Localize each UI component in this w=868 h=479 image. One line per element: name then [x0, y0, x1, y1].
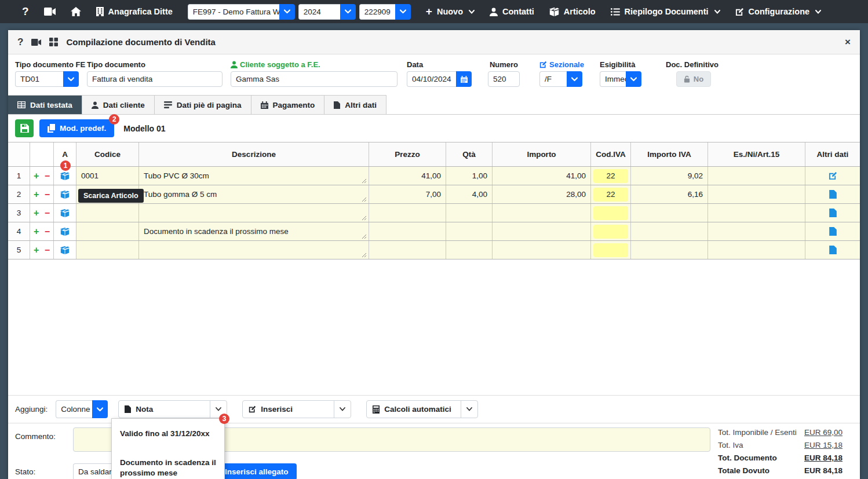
grid-icon[interactable]	[49, 38, 58, 46]
company-select[interactable]: FE997 - Demo Fattura Web	[188, 4, 295, 20]
prezzo-cell[interactable]: 41,00	[369, 167, 446, 185]
video-icon[interactable]	[44, 8, 56, 16]
total-imponibile-value[interactable]: EUR 69,00	[804, 428, 843, 437]
resize-grip[interactable]	[362, 178, 367, 184]
video-icon[interactable]	[31, 39, 41, 46]
add-row-icon[interactable]: +	[34, 171, 39, 181]
save-button[interactable]	[15, 119, 34, 137]
importo-cell[interactable]	[493, 241, 591, 259]
doc-definitivo-toggle[interactable]: No	[676, 71, 711, 87]
box-open-icon[interactable]	[60, 172, 70, 180]
resize-grip[interactable]	[362, 215, 367, 221]
mod-predef-button[interactable]: Mod. predef. 2	[39, 119, 114, 137]
descrizione-cell[interactable]	[139, 204, 369, 222]
chevron-down-icon[interactable]	[567, 71, 582, 87]
file-icon[interactable]	[829, 246, 837, 254]
qta-cell[interactable]: 1,00	[446, 167, 493, 185]
nav-articolo[interactable]: Articolo	[549, 7, 596, 16]
total-iva-value[interactable]: EUR 15,18	[804, 441, 843, 449]
box-open-icon[interactable]	[60, 209, 70, 217]
add-row-icon[interactable]: +	[34, 226, 39, 237]
importo-cell[interactable]	[493, 222, 591, 240]
es-ni-cell[interactable]	[708, 222, 805, 240]
help-icon[interactable]: ?	[17, 36, 23, 48]
document-number-select[interactable]: 222909	[359, 4, 411, 20]
remove-row-icon[interactable]: −	[45, 208, 50, 218]
calcoli-automatici-dropdown[interactable]: Calcoli automatici	[366, 400, 478, 418]
chevron-down-icon[interactable]	[63, 71, 79, 87]
year-select[interactable]: 2024	[298, 4, 356, 20]
add-row-icon[interactable]: +	[34, 189, 39, 200]
nav-configurazione[interactable]: Configurazione	[735, 7, 822, 16]
codice-cell[interactable]	[76, 241, 139, 259]
prezzo-cell[interactable]	[369, 222, 446, 240]
es-ni-cell[interactable]	[708, 185, 805, 203]
nav-contatti[interactable]: Contatti	[490, 7, 534, 16]
codice-cell[interactable]: 0001	[76, 167, 139, 185]
file-icon[interactable]	[829, 227, 837, 236]
remove-row-icon[interactable]: −	[45, 189, 50, 200]
descrizione-cell[interactable]: Documento in scadenza il prossimo mese	[139, 222, 369, 240]
importo-cell[interactable]	[493, 204, 591, 222]
menu-item-valido-fino[interactable]: Valido fino al 31/12/20xx	[112, 425, 224, 443]
help-icon[interactable]: ?	[22, 5, 29, 18]
data-input[interactable]: 04/10/2024	[407, 71, 472, 87]
box-open-icon[interactable]	[60, 191, 70, 199]
tipo-doc-fe-select[interactable]: TD01	[15, 71, 79, 87]
cod-iva-cell[interactable]: 22	[591, 185, 631, 203]
chevron-down-icon[interactable]	[334, 401, 351, 418]
esigibilita-select[interactable]: Immec	[600, 71, 641, 87]
prezzo-cell[interactable]: 7,00	[369, 185, 446, 203]
tab-dati-cliente[interactable]: Dati cliente	[82, 95, 155, 114]
cliente-input[interactable]	[231, 71, 397, 87]
calendar-icon[interactable]	[456, 71, 472, 87]
tipo-doc-input[interactable]	[87, 71, 223, 87]
file-icon[interactable]	[829, 209, 837, 217]
cod-iva-cell[interactable]	[591, 241, 631, 259]
tab-dati-pie-pagina[interactable]: Dati piè di pagina	[155, 95, 251, 114]
sezionale-select[interactable]: /F	[539, 71, 582, 87]
chevron-down-icon[interactable]	[461, 401, 477, 418]
nav-nuovo[interactable]: + Nuovo	[426, 5, 475, 18]
add-row-icon[interactable]: +	[34, 245, 39, 255]
menu-item-documento-scadenza[interactable]: Documento in scadenza il prossimo mese	[112, 454, 224, 479]
remove-row-icon[interactable]: −	[45, 171, 50, 181]
total-documento-value[interactable]: EUR 84,18	[804, 454, 843, 462]
box-open-icon[interactable]	[60, 246, 70, 254]
prezzo-cell[interactable]	[369, 241, 446, 259]
resize-grip[interactable]	[362, 253, 367, 258]
prezzo-cell[interactable]	[369, 204, 446, 222]
descrizione-cell[interactable]: Tubo gomma Ø 5 cm	[139, 185, 369, 203]
close-icon[interactable]: ×	[845, 36, 851, 48]
home-icon[interactable]	[71, 7, 81, 16]
resize-grip[interactable]	[362, 234, 367, 239]
es-ni-cell[interactable]	[708, 241, 805, 259]
codice-cell[interactable]	[76, 204, 139, 222]
es-ni-cell[interactable]	[708, 167, 805, 185]
inserisci-dropdown[interactable]: Inserisci	[242, 400, 351, 418]
cod-iva-cell[interactable]	[591, 222, 631, 240]
qta-cell[interactable]	[446, 204, 493, 222]
tab-dati-testata[interactable]: Dati testata	[8, 95, 82, 114]
nav-riepilogo-documenti[interactable]: Riepilogo Documenti	[611, 7, 720, 16]
codice-cell[interactable]	[76, 222, 139, 240]
qta-cell[interactable]	[446, 241, 493, 259]
descrizione-cell[interactable]: Tubo PVC Ø 30cm	[139, 167, 369, 185]
file-icon[interactable]	[829, 190, 837, 199]
nav-anagrafica-ditte[interactable]: Anagrafica Ditte	[96, 7, 173, 16]
qta-cell[interactable]	[446, 222, 493, 240]
cod-iva-cell[interactable]	[591, 204, 631, 222]
nota-dropdown[interactable]: Nota	[118, 400, 227, 418]
resize-grip[interactable]	[362, 197, 367, 202]
tab-pagamento[interactable]: Pagamento	[251, 95, 325, 114]
tab-altri-dati[interactable]: Altri dati	[324, 95, 386, 114]
chevron-down-icon[interactable]	[626, 71, 641, 87]
chevron-down-icon[interactable]	[395, 4, 411, 20]
remove-row-icon[interactable]: −	[45, 245, 50, 255]
es-ni-cell[interactable]	[708, 204, 805, 222]
colonne-select[interactable]: Colonne	[56, 400, 108, 418]
chevron-down-icon[interactable]	[92, 400, 108, 418]
remove-row-icon[interactable]: −	[45, 226, 50, 237]
chevron-down-icon[interactable]	[340, 4, 356, 20]
chevron-down-icon[interactable]	[279, 4, 295, 20]
